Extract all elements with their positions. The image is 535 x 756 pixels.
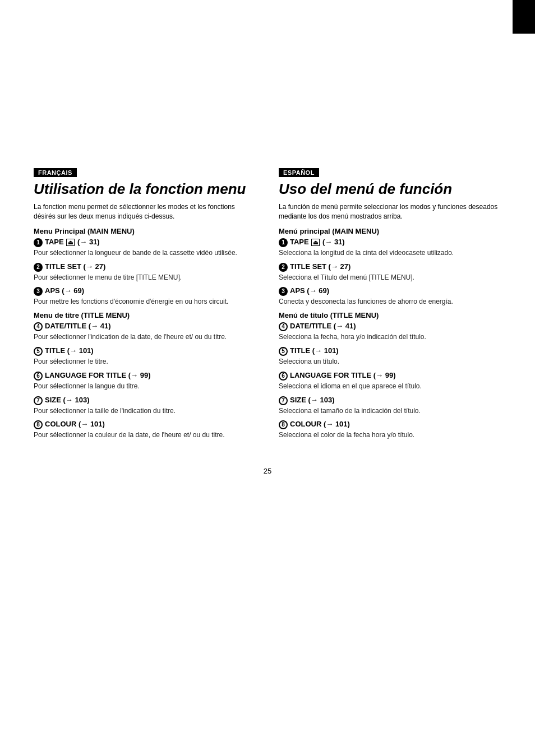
circle-5: 5 xyxy=(34,347,43,356)
sp-tape-icon: ⏏ xyxy=(311,239,320,246)
sp-circle-3: 3 xyxy=(279,287,288,296)
sp-circle-1: 1 xyxy=(279,238,288,247)
spanish-title: Uso del menú de función xyxy=(279,180,501,198)
french-item-4-header: 4 DATE/TITLE (→ 41) xyxy=(34,322,256,331)
spanish-item-6-desc: Selecciona el idioma en el que aparece e… xyxy=(279,382,501,391)
french-item-6-label: LANGUAGE FOR TITLE (→ 99) xyxy=(45,371,151,379)
french-badge: FRANÇAIS xyxy=(34,168,77,177)
spanish-item-8-header: 8 COLOUR (→ 101) xyxy=(279,420,501,429)
french-item-4-label: DATE/TITLE (→ 41) xyxy=(45,322,110,330)
french-item-1-header: 1 TAPE ⏏ (→ 31) xyxy=(34,238,256,247)
page-number: 25 xyxy=(34,467,501,475)
spanish-item-4-header: 4 DATE/TITLE (→ 41) xyxy=(279,322,501,331)
spanish-item-6-label: LANGUAGE FOR TITLE (→ 99) xyxy=(290,371,396,379)
french-item-6: 6 LANGUAGE FOR TITLE (→ 99) Pour sélecti… xyxy=(34,371,256,391)
circle-6: 6 xyxy=(34,372,43,381)
spanish-item-2-label: TITLE SET (→ 27) xyxy=(290,262,350,271)
french-item-8-desc: Pour sélectionner la couleur de la date,… xyxy=(34,430,256,440)
spanish-item-8: 8 COLOUR (→ 101) Selecciona el color de … xyxy=(279,420,501,440)
spanish-item-7-header: 7 SIZE (→ 103) xyxy=(279,396,501,405)
spanish-item-3-label: APS (→ 69) xyxy=(290,286,329,295)
spanish-main-menu-title: Menú principal (MAIN MENU) xyxy=(279,227,501,235)
black-corner-rect xyxy=(513,0,535,34)
french-item-5-label: TITLE (→ 101) xyxy=(45,346,94,355)
spanish-column: ESPAÑOL Uso del menú de función La funci… xyxy=(279,168,501,444)
french-item-5: 5 TITLE (→ 101) Pour sélectionner le tit… xyxy=(34,346,256,367)
content-columns: FRANÇAIS Utilisation de la fonction menu… xyxy=(34,168,501,444)
spanish-item-1-desc: Selecciona la longitud de la cinta del v… xyxy=(279,248,501,258)
french-item-6-desc: Pour sélectionner la langue du titre. xyxy=(34,382,256,391)
spanish-item-2-desc: Selecciona el Título del menú [TITLE MEN… xyxy=(279,273,501,282)
french-item-3-desc: Pour mettre les fonctions d'économie d'é… xyxy=(34,297,256,307)
spanish-item-5-desc: Selecciona un título. xyxy=(279,357,501,367)
spanish-item-6: 6 LANGUAGE FOR TITLE (→ 99) Selecciona e… xyxy=(279,371,501,391)
spanish-item-4-label: DATE/TITLE (→ 41) xyxy=(290,322,356,330)
spanish-item-4: 4 DATE/TITLE (→ 41) Selecciona la fecha,… xyxy=(279,322,501,342)
sp-circle-5: 5 xyxy=(279,347,288,356)
spanish-item-7: 7 SIZE (→ 103) Selecciona el tamaño de l… xyxy=(279,396,501,416)
sp-circle-4: 4 xyxy=(279,322,288,331)
french-item-2-desc: Pour sélectionner le menu de titre [TITL… xyxy=(34,273,256,282)
french-item-5-desc: Pour sélectionner le titre. xyxy=(34,357,256,367)
spanish-item-6-header: 6 LANGUAGE FOR TITLE (→ 99) xyxy=(279,371,501,381)
circle-2: 2 xyxy=(34,263,43,272)
french-intro: La fonction menu permet de sélectionner … xyxy=(34,202,256,221)
spanish-item-1-label: TAPE ⏏ (→ 31) xyxy=(290,238,345,246)
spanish-item-1: 1 TAPE ⏏ (→ 31) Selecciona la longitud d… xyxy=(279,238,501,258)
french-item-8: 8 COLOUR (→ 101) Pour sélectionner la co… xyxy=(34,420,256,440)
french-item-8-header: 8 COLOUR (→ 101) xyxy=(34,420,256,429)
sp-circle-7: 7 xyxy=(279,396,288,405)
spanish-item-7-label: SIZE (→ 103) xyxy=(290,396,334,404)
spanish-item-2-header: 2 TITLE SET (→ 27) xyxy=(279,262,501,272)
circle-3: 3 xyxy=(34,287,43,296)
french-item-7-desc: Pour sélectionner la taille de l'indicat… xyxy=(34,406,256,416)
french-item-3: 3 APS (→ 69) Pour mettre les fonctions d… xyxy=(34,286,256,307)
spanish-item-5-header: 5 TITLE (→ 101) xyxy=(279,346,501,356)
french-item-4: 4 DATE/TITLE (→ 41) Pour sélectionner l'… xyxy=(34,322,256,342)
spanish-item-8-desc: Selecciona el color de la fecha hora y/o… xyxy=(279,430,501,440)
sp-circle-2: 2 xyxy=(279,263,288,272)
circle-8: 8 xyxy=(34,420,43,429)
french-item-7-header: 7 SIZE (→ 103) xyxy=(34,396,256,405)
french-item-7-label: SIZE (→ 103) xyxy=(45,396,89,404)
spanish-title-menu-title: Menú de título (TITLE MENU) xyxy=(279,311,501,319)
french-column: FRANÇAIS Utilisation de la fonction menu… xyxy=(34,168,256,444)
french-item-2: 2 TITLE SET (→ 27) Pour sélectionner le … xyxy=(34,262,256,282)
french-item-6-header: 6 LANGUAGE FOR TITLE (→ 99) xyxy=(34,371,256,381)
french-item-2-label: TITLE SET (→ 27) xyxy=(45,262,105,271)
tape-icon: ⏏ xyxy=(66,239,75,246)
french-item-5-header: 5 TITLE (→ 101) xyxy=(34,346,256,356)
french-item-1-label: TAPE ⏏ (→ 31) xyxy=(45,238,100,246)
spanish-intro: La función de menú permite seleccionar l… xyxy=(279,202,501,221)
circle-1: 1 xyxy=(34,238,43,247)
spanish-item-3-header: 3 APS (→ 69) xyxy=(279,286,501,296)
sp-circle-8: 8 xyxy=(279,420,288,429)
spanish-item-8-label: COLOUR (→ 101) xyxy=(290,420,350,428)
french-item-1: 1 TAPE ⏏ (→ 31) Pour sélectionner la lon… xyxy=(34,238,256,258)
french-item-3-label: APS (→ 69) xyxy=(45,286,84,295)
circle-7: 7 xyxy=(34,396,43,405)
french-title-menu-title: Menu de titre (TITLE MENU) xyxy=(34,311,256,319)
page: FRANÇAIS Utilisation de la fonction menu… xyxy=(0,0,535,756)
spanish-item-2: 2 TITLE SET (→ 27) Selecciona el Título … xyxy=(279,262,501,282)
french-item-7: 7 SIZE (→ 103) Pour sélectionner la tail… xyxy=(34,396,256,416)
french-item-4-desc: Pour sélectionner l'indication de la dat… xyxy=(34,332,256,342)
french-item-3-header: 3 APS (→ 69) xyxy=(34,286,256,296)
spanish-item-4-desc: Selecciona la fecha, hora y/o indicación… xyxy=(279,332,501,342)
spanish-badge: ESPAÑOL xyxy=(279,168,319,177)
spanish-item-3: 3 APS (→ 69) Conecta y desconecta las fu… xyxy=(279,286,501,307)
french-main-menu-title: Menu Principal (MAIN MENU) xyxy=(34,227,256,235)
spanish-item-1-header: 1 TAPE ⏏ (→ 31) xyxy=(279,238,501,247)
spanish-item-5: 5 TITLE (→ 101) Selecciona un título. xyxy=(279,346,501,367)
spanish-item-7-desc: Selecciona el tamaño de la indicación de… xyxy=(279,406,501,416)
sp-circle-6: 6 xyxy=(279,372,288,381)
french-item-2-header: 2 TITLE SET (→ 27) xyxy=(34,262,256,272)
spanish-item-5-label: TITLE (→ 101) xyxy=(290,346,339,355)
spanish-item-3-desc: Conecta y desconecta las funciones de ah… xyxy=(279,297,501,307)
french-item-1-desc: Pour sélectionner la longueur de bande d… xyxy=(34,248,256,258)
circle-4: 4 xyxy=(34,322,43,331)
french-title: Utilisation de la fonction menu xyxy=(34,180,256,198)
french-item-8-label: COLOUR (→ 101) xyxy=(45,420,105,428)
